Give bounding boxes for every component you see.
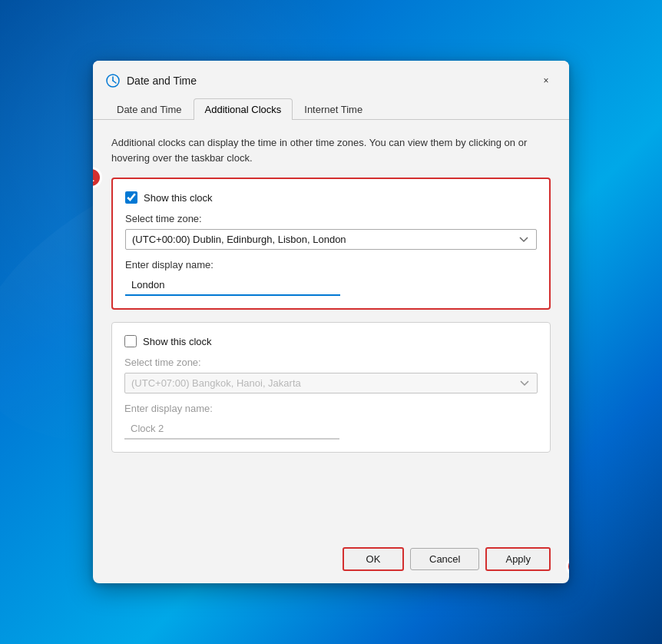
clock1-show-label: Show this clock bbox=[144, 192, 213, 204]
clock2-timezone-select[interactable]: (UTC+07:00) Bangkok, Hanoi, Jakarta bbox=[124, 373, 538, 393]
close-button[interactable]: × bbox=[535, 70, 557, 91]
badge-2: 2 bbox=[566, 556, 569, 577]
clock2-timezone-label: Select time zone: bbox=[124, 357, 538, 368]
clock1-checkbox-row: Show this clock bbox=[125, 191, 537, 204]
clock2-section: Show this clock Select time zone: (UTC+0… bbox=[111, 322, 551, 453]
clock1-timezone-select[interactable]: (UTC+00:00) Dublin, Edinburgh, Lisbon, L… bbox=[125, 229, 537, 250]
clock2-checkbox-row: Show this clock bbox=[124, 335, 538, 347]
dialog-footer: 3 OK Cancel 2 Apply bbox=[93, 538, 569, 583]
clock2-displayname-input[interactable] bbox=[124, 419, 339, 440]
clock1-checkbox[interactable] bbox=[125, 191, 137, 204]
clock1-section: Show this clock Select time zone: (UTC+0… bbox=[111, 178, 551, 310]
clock2-show-label: Show this clock bbox=[143, 336, 212, 347]
dialog-icon bbox=[105, 73, 121, 88]
ok-button[interactable]: OK bbox=[343, 547, 404, 571]
tab-internet-time[interactable]: Internet Time bbox=[293, 98, 374, 120]
clock1-wrapper: 1 Show this clock Select time zone: (UTC… bbox=[111, 178, 551, 310]
dialog-title: Date and Time bbox=[127, 75, 529, 87]
clock2-checkbox[interactable] bbox=[124, 335, 137, 347]
clock2-wrapper: Show this clock Select time zone: (UTC+0… bbox=[111, 322, 551, 453]
date-time-dialog: Date and Time × Date and Time Additional… bbox=[93, 61, 569, 583]
cancel-button[interactable]: Cancel bbox=[410, 548, 479, 570]
tab-additional-clocks[interactable]: Additional Clocks bbox=[194, 98, 293, 120]
badge-1: 1 bbox=[93, 167, 102, 188]
title-bar: Date and Time × bbox=[93, 61, 569, 91]
dialog-overlay: Date and Time × Date and Time Additional… bbox=[0, 0, 662, 644]
description-text: Additional clocks can display the time i… bbox=[111, 135, 551, 165]
clock1-timezone-label: Select time zone: bbox=[125, 213, 537, 224]
apply-button[interactable]: Apply bbox=[485, 547, 551, 571]
tab-bar: Date and Time Additional Clocks Internet… bbox=[93, 91, 569, 120]
tab-date-time[interactable]: Date and Time bbox=[105, 98, 194, 120]
clock1-displayname-input[interactable] bbox=[125, 275, 340, 296]
clock2-displayname-label: Enter display name: bbox=[124, 403, 538, 414]
svg-line-2 bbox=[113, 81, 116, 83]
clock1-displayname-label: Enter display name: bbox=[125, 259, 537, 271]
dialog-content: Additional clocks can display the time i… bbox=[93, 120, 569, 538]
